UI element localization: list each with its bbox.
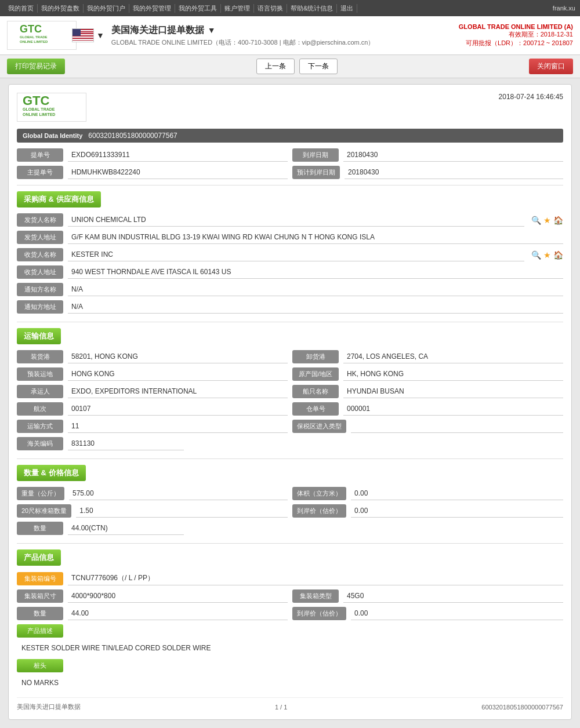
jizhuangxiang-cc-field: 集装箱尺寸 4000*900*800 xyxy=(17,589,288,603)
shouhuoren-dizhi-row: 收货人地址 940 WEST THORNDALE AVE ITASCA IL 6… xyxy=(17,265,563,279)
hangci-value: 00107 xyxy=(68,403,288,416)
buyer-supplier-section: 采购商 & 供应商信息 发货人名称 UNION CHEMICAL LTD 🔍 ★… xyxy=(17,191,563,314)
shouhuoren-icons: 🔍 ★ 🏠 xyxy=(531,250,563,260)
yuzhuang-value: HONG KONG xyxy=(68,368,288,381)
tongzhi-dizhi-label: 通知方地址 xyxy=(17,300,63,314)
quantity-price-section: 数量 & 价格信息 重量（公斤） 575.00 体积（立方米） 0.00 20尺… xyxy=(17,465,563,535)
zhongliang-label: 重量（公斤） xyxy=(17,487,64,500)
daogang-value: 20180430 xyxy=(343,149,563,162)
haiguan-label: 海关编码 xyxy=(17,437,63,450)
nav-portal[interactable]: 我的外贸门户 xyxy=(84,4,129,13)
jizhuangxiang-lx-field: 集装箱类型 45G0 xyxy=(292,589,563,603)
jizhuangxiang-cc-value: 4000*900*800 xyxy=(68,590,288,603)
daoan-jia-field: 到岸价（估价） 0.00 xyxy=(292,504,563,518)
qty-row: 数量 44.00(CTN) xyxy=(17,522,563,535)
shouhuoren-home-icon[interactable]: 🏠 xyxy=(553,250,563,260)
transport-header: 运输信息 xyxy=(17,328,61,344)
product-qty-field: 数量 44.00 xyxy=(17,607,288,620)
nav-management[interactable]: 我的外贸管理 xyxy=(129,4,175,13)
yuzhuang-label: 预装运地 xyxy=(17,367,63,381)
fahuoren-search-icon[interactable]: 🔍 xyxy=(531,216,541,225)
jizhuangxiang-bh-label: 集装箱编号 xyxy=(17,572,63,585)
nav-help[interactable]: 帮助&统计信息 xyxy=(287,4,337,13)
identity-row: Global Data Identity 6003201805180000007… xyxy=(17,129,563,143)
tongzhi-dizhi-value: N/A xyxy=(68,301,563,314)
prev-button-top[interactable]: 上一条 xyxy=(256,59,295,74)
us-flag xyxy=(72,28,94,42)
zheng-row: 桩头 xyxy=(17,659,563,672)
nav-trade-stats[interactable]: 我的外贸盘数 xyxy=(38,4,84,13)
bonded-value xyxy=(351,420,563,433)
tongzhi-dizhi-row: 通知方地址 N/A xyxy=(17,300,563,314)
zheng-value: NO MARKS xyxy=(17,676,563,689)
nav-language[interactable]: 语言切换 xyxy=(254,4,287,13)
fahuoren-dizhi-label: 发货人地址 xyxy=(17,231,63,244)
zhongliang-field: 重量（公斤） 575.00 xyxy=(17,487,288,500)
shouhuoren-mingcheng-row: 收货人名称 KESTER INC 🔍 ★ 🏠 xyxy=(17,248,563,261)
daoan-jia-value: 0.00 xyxy=(351,505,563,518)
doc-id: 60032018051800000077567 xyxy=(481,704,563,711)
container-detail-row: 集装箱尺寸 4000*900*800 集装箱类型 45G0 xyxy=(17,589,563,603)
xiehua-label: 卸货港 xyxy=(292,350,339,363)
shouhuoren-mingcheng-label: 收货人名称 xyxy=(17,248,63,261)
zhuanghuo-label: 装货港 xyxy=(17,350,63,363)
identity-value: 60032018051800000077567 xyxy=(88,132,177,140)
yuzhuang-field: 预装运地 HONG KONG xyxy=(17,367,288,381)
haiguan-value: 831130 xyxy=(68,438,184,450)
tongzhi-mingcheng-value: N/A xyxy=(68,283,563,296)
product-qty-value: 44.00 xyxy=(68,607,288,620)
fahuoren-mingcheng-label: 发货人名称 xyxy=(17,213,63,227)
product-qty-label: 数量 xyxy=(17,607,63,620)
right-company-name: GLOBAL TRADE ONLINE LIMITED (A) xyxy=(459,23,573,30)
zhutidan-field: 主提单号 HDMUHKWB8422240 xyxy=(17,166,288,179)
svg-text:ONLINE LIMITED: ONLINE LIMITED xyxy=(23,112,55,117)
tidan-row: 提单号 EXDO6911333911 到岸日期 20180430 xyxy=(17,148,563,162)
zhutidan-row: 主提单号 HDMUHKWB8422240 预计到岸日期 20180430 xyxy=(17,166,563,179)
jizhuangxiang-lx-value: 45G0 xyxy=(343,590,563,603)
doc-source: 美国海关进口提单数据 xyxy=(17,702,81,711)
shouhuoren-search-icon[interactable]: 🔍 xyxy=(531,250,541,260)
hangci-label: 航次 xyxy=(17,402,63,416)
flag-area: ▼ xyxy=(72,28,104,42)
chuanming-value: HYUNDAI BUSAN xyxy=(343,385,563,398)
jizhuangxiang-bh-value: TCNU7776096（/ L / PP） xyxy=(68,572,563,585)
identity-label: Global Data Identity xyxy=(23,132,82,139)
yuanchandi-field: 原产国/地区 HK, HONG KONG xyxy=(292,367,563,381)
twenty-ft-value: 1.50 xyxy=(76,505,288,518)
shouhuoren-star-icon[interactable]: ★ xyxy=(543,250,551,260)
cangdan-value: 000001 xyxy=(343,403,563,416)
qty-value: 44.00(CTN) xyxy=(68,522,184,535)
product-section: 产品信息 集装箱编号 TCNU7776096（/ L / PP） 集装箱尺寸 4… xyxy=(17,549,563,689)
yuanchandi-value: HK, HONG KONG xyxy=(343,368,563,381)
nav-home[interactable]: 我的首页 xyxy=(5,4,38,13)
chanpin-miaoshu-value: KESTER SOLDER WIRE TIN/LEAD CORED SOLDER… xyxy=(17,642,563,654)
yujiao-field: 预计到岸日期 20180430 xyxy=(292,166,563,179)
doc-logo: GTC GLOBAL TRADE ONLINE LIMITED xyxy=(17,93,86,122)
daogang-field: 到岸日期 20180430 xyxy=(292,148,563,162)
dropdown-arrow[interactable]: ▼ xyxy=(96,31,104,40)
nav-account[interactable]: 账户管理 xyxy=(221,4,254,13)
qty-label: 数量 xyxy=(17,522,63,535)
close-button-top[interactable]: 关闭窗口 xyxy=(529,59,573,74)
page-title: 美国海关进口提单数据 xyxy=(111,24,204,37)
title-dropdown-icon[interactable]: ▼ xyxy=(208,26,216,35)
cangdan-field: 仓单号 000001 xyxy=(292,402,563,416)
print-button-top[interactable]: 打印贸易记录 xyxy=(7,59,65,74)
tidan-label: 提单号 xyxy=(17,148,63,162)
nav-logout[interactable]: 退出 xyxy=(337,4,357,13)
shouhuoren-dizhi-label: 收货人地址 xyxy=(17,265,63,279)
nav-tools[interactable]: 我的外贸工具 xyxy=(175,4,221,13)
header-title-area: 美国海关进口提单数据 ▼ GLOBAL TRADE ONLINE LIMITED… xyxy=(111,24,459,47)
fahuoren-home-icon[interactable]: 🏠 xyxy=(553,216,563,225)
zhutidan-label: 主提单号 xyxy=(17,166,63,179)
chengyunren-value: EXDO, EXPEDITORS INTERNATIONAL xyxy=(68,385,288,398)
jizhuangxiang-cc-label: 集装箱尺寸 xyxy=(17,589,63,603)
transport-type-row: 运输方式 11 保税区进入类型 xyxy=(17,420,563,433)
fahuoren-star-icon[interactable]: ★ xyxy=(543,216,551,225)
doc-footer: 美国海关进口提单数据 1 / 1 60032018051800000077567 xyxy=(17,697,563,711)
next-button-top[interactable]: 下一条 xyxy=(299,59,338,74)
doc-pagination: 1 / 1 xyxy=(275,704,287,711)
doc-header: GTC GLOBAL TRADE ONLINE LIMITED 2018-07-… xyxy=(17,93,563,122)
fahuoren-dizhi-row: 发货人地址 G/F KAM BUN INDUSTRIAL BLDG 13-19 … xyxy=(17,231,563,244)
yunsu-label: 运输方式 xyxy=(17,420,63,433)
